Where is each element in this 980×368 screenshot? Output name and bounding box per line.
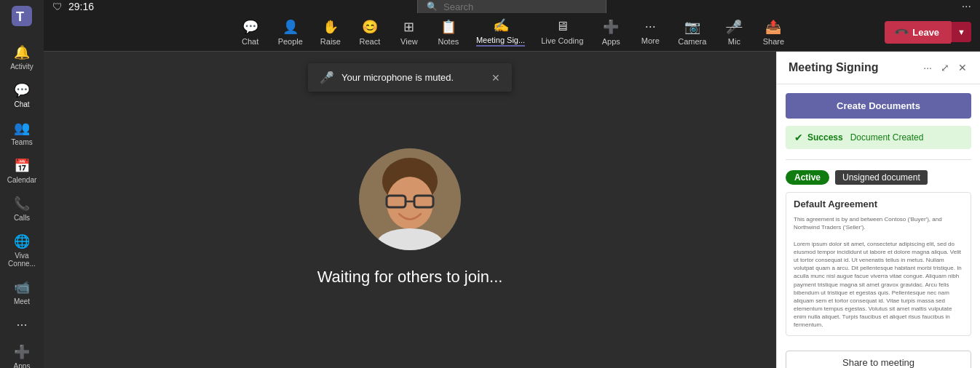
apps-plus-icon: ➕ (14, 344, 30, 360)
toolbar-more-icon: ··· (645, 19, 656, 34)
sidebar-item-apps[interactable]: ➕ Apps (3, 340, 41, 368)
sidebar-label-viva: Viva Conne... (6, 252, 38, 268)
create-documents-button[interactable]: Create Documents (786, 93, 971, 119)
toolbar-share[interactable]: 📤 Share (754, 15, 792, 50)
meeting-signing-panel: Meeting Signing ··· ⤢ ✕ Create Documents… (776, 52, 980, 368)
toolbar-raise-label: Raise (320, 37, 341, 46)
document-created-label: Document Created (850, 132, 924, 143)
toolbar-more-label: More (641, 36, 660, 45)
sidebar-label-calls: Calls (14, 214, 30, 222)
panel-close-button[interactable]: ✕ (957, 60, 968, 75)
toolbar-meeting-signing-label: Meeting Sig... (476, 36, 525, 47)
sidebar-item-viva[interactable]: 🌐 Viva Conne... (3, 229, 41, 272)
close-notification-button[interactable]: ✕ (491, 72, 500, 84)
toolbar-mic-icon: 🎤 (726, 19, 742, 35)
sidebar-label-apps: Apps (14, 362, 31, 368)
toolbar-raise[interactable]: ✋ Raise (312, 15, 349, 50)
toolbar-view-label: View (400, 37, 418, 46)
toolbar-apps[interactable]: ➕ Apps (592, 15, 630, 50)
toolbar-more[interactable]: ··· More (631, 15, 669, 49)
search-icon: 🔍 (427, 1, 438, 12)
toolbar-react-icon: 😊 (362, 19, 378, 35)
panel-expand-button[interactable]: ⤢ (939, 60, 951, 75)
teams-logo[interactable]: T (12, 6, 32, 31)
activity-icon: 🔔 (14, 44, 30, 60)
mute-message: Your microphone is muted. (341, 72, 454, 83)
sidebar-label-calendar: Calendar (7, 176, 37, 184)
share-to-meeting-button[interactable]: Share to meeting (786, 351, 971, 368)
chat-icon: 💬 (14, 82, 30, 98)
document-card[interactable]: Default Agreement This agreement is by a… (786, 192, 971, 336)
success-label: Success (807, 132, 843, 143)
toolbar-live-coding[interactable]: 🖥 Live Coding (534, 15, 590, 49)
toolbar-camera-label: Camera (678, 37, 706, 46)
document-preview-text: This agreement is by and between Contoso… (794, 215, 963, 329)
sidebar-label-meet: Meet (14, 297, 30, 305)
document-preview: This agreement is by and between Contoso… (786, 212, 971, 335)
toolbar-meeting-signing-icon: ✍️ (493, 17, 509, 33)
calendar-icon: 📅 (14, 158, 30, 174)
leave-button[interactable]: 📞 Leave (885, 21, 951, 44)
toolbar-notes-label: Notes (438, 37, 459, 46)
toolbar-share-icon: 📤 (765, 19, 781, 35)
panel-title: Meeting Signing (789, 61, 916, 74)
sidebar-item-chat[interactable]: 💬 Chat (3, 78, 41, 113)
sidebar: T 🔔 Activity 💬 Chat 👥 Teams 📅 Calendar 📞… (0, 0, 44, 368)
sidebar-item-meet[interactable]: 📹 Meet (3, 275, 41, 310)
unsigned-badge: Unsigned document (835, 170, 928, 185)
toolbar-apps-icon: ➕ (603, 19, 619, 35)
toolbar-react[interactable]: 😊 React (351, 15, 389, 50)
toolbar-meeting-signing[interactable]: ✍️ Meeting Sig... (469, 13, 532, 51)
svg-point-4 (387, 177, 433, 229)
leave-button-group: 📞 Leave ▼ (885, 21, 971, 44)
sidebar-item-calls[interactable]: 📞 Calls (3, 191, 41, 226)
toolbar-view-icon: ⊞ (403, 19, 414, 35)
toolbar-live-coding-icon: 🖥 (556, 19, 569, 34)
call-timer: 29:16 (68, 1, 94, 12)
panel-more-button[interactable]: ··· (922, 60, 933, 75)
success-icon: ✔ (794, 132, 803, 143)
meet-icon: 📹 (14, 279, 30, 295)
user-video-avatar (359, 148, 461, 250)
panel-divider (786, 159, 971, 160)
toolbar-mic[interactable]: 🎤 Mic (715, 15, 753, 50)
sidebar-label-activity: Activity (10, 63, 33, 71)
more-dots-icon: ··· (16, 317, 27, 332)
sidebar-label-chat: Chat (14, 100, 29, 108)
panel-actions: ··· ⤢ ✕ (922, 60, 968, 75)
toolbar-notes[interactable]: 📋 Notes (430, 15, 467, 50)
meeting-area: 🎤 Your microphone is muted. ✕ (44, 52, 980, 368)
toolbar-chat-label: Chat (242, 37, 258, 46)
sidebar-item-more-dots[interactable]: ··· (3, 313, 41, 337)
header-right-actions: ··· (962, 0, 971, 13)
panel-header: Meeting Signing ··· ⤢ ✕ (777, 52, 980, 84)
toolbar-apps-label: Apps (602, 37, 620, 46)
toolbar-notes-icon: 📋 (440, 19, 457, 35)
sidebar-item-teams[interactable]: 👥 Teams (3, 116, 41, 151)
main-content: 🛡 29:16 🔍 ··· 💬 Chat 👤 People ✋ Raise 😊 … (44, 0, 980, 368)
sidebar-item-activity[interactable]: 🔔 Activity (3, 40, 41, 75)
toolbar-camera-icon: 📷 (684, 19, 700, 35)
leave-dropdown-button[interactable]: ▼ (951, 22, 971, 42)
toolbar-camera[interactable]: 📷 Camera (671, 15, 714, 50)
more-options-button[interactable]: ··· (962, 0, 971, 13)
toolbar-people[interactable]: 👤 People (271, 15, 310, 50)
toolbar-chat[interactable]: 💬 Chat (232, 15, 269, 50)
toolbar-react-label: React (360, 37, 381, 46)
panel-body: Create Documents ✔ Success Document Crea… (777, 84, 980, 345)
viva-icon: 🌐 (14, 233, 30, 249)
toolbar-share-label: Share (763, 37, 784, 46)
calls-icon: 📞 (14, 196, 30, 212)
sidebar-item-calendar[interactable]: 📅 Calendar (3, 153, 41, 188)
svg-text:T: T (16, 9, 24, 24)
mute-notification: 🎤 Your microphone is muted. ✕ (308, 63, 512, 92)
active-badge: Active (786, 170, 829, 185)
video-area: 🎤 Your microphone is muted. ✕ (44, 52, 776, 368)
search-input[interactable] (443, 1, 582, 12)
phone-icon: 📞 (894, 24, 910, 40)
waiting-text: Waiting for others to join... (317, 268, 503, 287)
shield-icon: 🛡 (52, 1, 63, 12)
toolbar-view[interactable]: ⊞ View (390, 15, 428, 50)
toolbar: 💬 Chat 👤 People ✋ Raise 😊 React ⊞ View 📋… (44, 13, 980, 52)
toolbar-chat-icon: 💬 (242, 19, 258, 35)
